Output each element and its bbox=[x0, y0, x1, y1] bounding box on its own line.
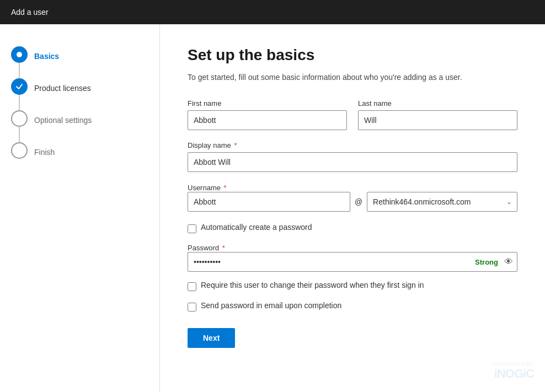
main-container: Basics Product licenses bbox=[0, 24, 545, 392]
username-domains-row: Username * @ Rethink464.onmicrosoft.com … bbox=[188, 183, 517, 212]
step-basics: Basics bbox=[11, 46, 148, 78]
step-finish: Finish bbox=[11, 142, 148, 159]
auto-password-label[interactable]: Automatically create a password bbox=[201, 223, 312, 232]
password-label: Password * bbox=[188, 244, 225, 252]
username-input[interactable] bbox=[188, 192, 350, 212]
require-change-label[interactable]: Require this user to change their passwo… bbox=[201, 281, 424, 289]
main-content: Set up the basics To get started, fill o… bbox=[160, 24, 545, 392]
step-product-licenses-icon bbox=[11, 78, 28, 95]
username-group: Username * @ Rethink464.onmicrosoft.com … bbox=[188, 183, 517, 212]
password-required-star: * bbox=[220, 244, 225, 252]
domain-select[interactable]: Rethink464.onmicrosoft.com bbox=[367, 192, 517, 212]
step-basics-label[interactable]: Basics bbox=[34, 49, 59, 61]
sidebar: Basics Product licenses bbox=[0, 24, 160, 392]
last-name-label: Last name bbox=[358, 99, 517, 108]
auto-password-checkbox[interactable] bbox=[188, 224, 196, 233]
watermark-tagline: innovative logic bbox=[493, 360, 534, 367]
username-fields-row: @ Rethink464.onmicrosoft.com ⌄ bbox=[188, 192, 517, 212]
step-connector-3 bbox=[19, 127, 20, 142]
password-wrapper: Strong 👁 bbox=[188, 252, 517, 272]
step-product-licenses-label[interactable]: Product licenses bbox=[34, 81, 91, 93]
name-row: First name Last name bbox=[188, 99, 517, 130]
send-email-row: Send password in email upon completion bbox=[188, 301, 517, 313]
require-change-row: Require this user to change their passwo… bbox=[188, 281, 517, 292]
password-strength-label: Strong bbox=[475, 258, 498, 266]
require-change-checkbox[interactable] bbox=[188, 282, 196, 291]
svg-point-0 bbox=[17, 52, 22, 57]
domains-group: Rethink464.onmicrosoft.com ⌄ bbox=[367, 192, 517, 212]
last-name-input[interactable] bbox=[358, 110, 517, 130]
last-name-group: Last name bbox=[358, 99, 517, 130]
watermark: innovative logic iNOGiC bbox=[493, 360, 534, 381]
step-optional-settings-entry: Optional settings bbox=[11, 110, 148, 127]
step-finish-label[interactable]: Finish bbox=[34, 145, 55, 157]
page-title: Set up the basics bbox=[188, 46, 517, 64]
step-connector-2 bbox=[19, 95, 20, 110]
domain-select-wrapper: Rethink464.onmicrosoft.com ⌄ bbox=[367, 192, 517, 212]
next-button[interactable]: Next bbox=[188, 328, 235, 348]
username-required-star: * bbox=[222, 184, 227, 192]
page-description: To get started, fill out some basic info… bbox=[188, 73, 517, 82]
username-label: Username * bbox=[188, 184, 227, 192]
first-name-label: First name bbox=[188, 99, 347, 108]
page-window-title: Add a user bbox=[11, 8, 49, 17]
steps-list: Basics Product licenses bbox=[11, 41, 148, 159]
step-product-licenses: Product licenses bbox=[11, 78, 148, 110]
password-section: Password * Strong 👁 bbox=[188, 243, 517, 272]
top-bar: Add a user bbox=[0, 0, 545, 24]
display-name-label: Display name * bbox=[188, 141, 517, 149]
step-optional-settings-icon bbox=[11, 110, 28, 127]
password-input[interactable] bbox=[188, 252, 517, 272]
step-product-licenses-entry: Product licenses bbox=[11, 78, 148, 95]
step-basics-icon bbox=[11, 46, 28, 63]
display-name-input[interactable] bbox=[188, 152, 517, 172]
step-finish-entry: Finish bbox=[11, 142, 148, 159]
at-sign: @ bbox=[350, 192, 367, 212]
first-name-input[interactable] bbox=[188, 110, 347, 130]
watermark-brand: iNOGiC bbox=[493, 367, 534, 381]
step-finish-icon bbox=[11, 142, 28, 159]
first-name-group: First name bbox=[188, 99, 347, 130]
step-optional-settings: Optional settings bbox=[11, 110, 148, 142]
step-connector-1 bbox=[19, 63, 20, 78]
send-email-checkbox[interactable] bbox=[188, 303, 196, 312]
step-basics-entry: Basics bbox=[11, 46, 148, 63]
send-email-label[interactable]: Send password in email upon completion bbox=[201, 301, 341, 310]
password-toggle-eye-icon[interactable]: 👁 bbox=[504, 257, 513, 267]
display-name-group: Display name * bbox=[188, 141, 517, 172]
step-optional-settings-label[interactable]: Optional settings bbox=[34, 113, 92, 125]
display-name-row: Display name * bbox=[188, 141, 517, 172]
display-name-required-star: * bbox=[232, 141, 237, 149]
auto-password-row: Automatically create a password bbox=[188, 223, 517, 234]
